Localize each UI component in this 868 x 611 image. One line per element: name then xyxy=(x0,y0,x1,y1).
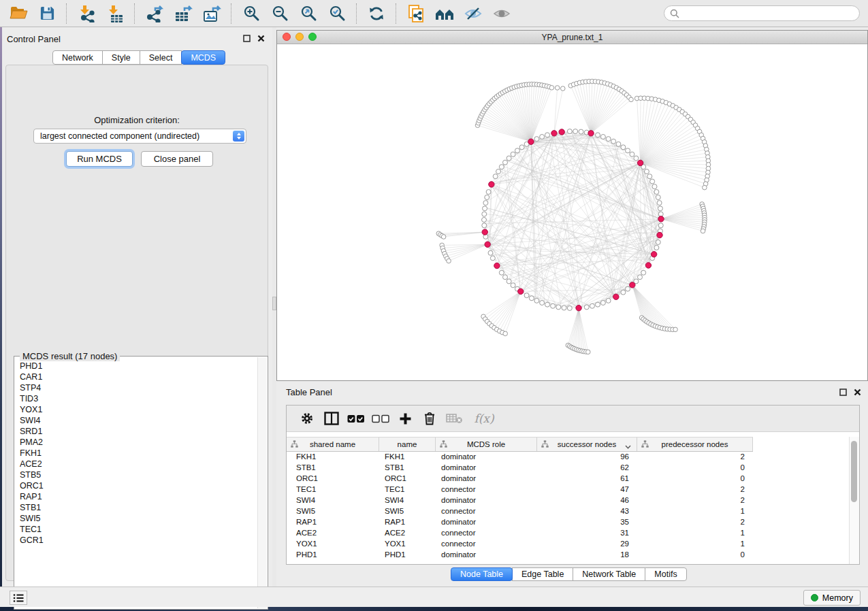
mcds-result-item[interactable]: SRD1 xyxy=(20,426,258,437)
control-panel-close-button[interactable] xyxy=(256,33,266,43)
table-row[interactable]: YOX1YOX1connector291 xyxy=(287,538,850,549)
control-panel-float-button[interactable] xyxy=(242,33,251,43)
mcds-hub-node[interactable] xyxy=(489,182,494,187)
network-node[interactable] xyxy=(490,256,495,261)
memory-button[interactable]: Memory xyxy=(803,590,861,606)
network-node[interactable] xyxy=(499,270,504,275)
mcds-result-item[interactable]: TID3 xyxy=(20,393,258,404)
mcds-hub-node[interactable] xyxy=(482,229,487,235)
tab-network-table[interactable]: Network Table xyxy=(573,567,645,581)
network-node[interactable] xyxy=(658,212,663,216)
table-scrollbar-thumb[interactable] xyxy=(851,441,857,502)
mcds-hub-node[interactable] xyxy=(657,232,662,237)
mcds-result-item[interactable]: STB1 xyxy=(20,502,258,513)
delete-column-button[interactable] xyxy=(417,408,442,429)
tab-network[interactable]: Network xyxy=(52,50,103,65)
first-neighbors-button[interactable] xyxy=(432,2,457,25)
network-node[interactable] xyxy=(555,86,560,90)
table-row[interactable]: SWI4SWI4dominator462 xyxy=(287,495,850,506)
column-header-predecessor-nodes[interactable]: predecessor nodes xyxy=(637,437,753,451)
network-node[interactable] xyxy=(656,195,660,200)
mcds-hub-node[interactable] xyxy=(588,131,594,136)
network-node[interactable] xyxy=(621,290,626,295)
network-node[interactable] xyxy=(567,129,572,134)
network-node[interactable] xyxy=(549,86,554,90)
network-node[interactable] xyxy=(503,331,508,336)
network-node[interactable] xyxy=(486,190,491,195)
network-node[interactable] xyxy=(585,350,590,354)
mcds-result-item[interactable]: YOX1 xyxy=(20,404,258,415)
table-scrollbar[interactable] xyxy=(849,437,859,564)
mcds-result-item[interactable]: TEC1 xyxy=(20,524,258,535)
network-node[interactable] xyxy=(701,229,705,233)
network-node[interactable] xyxy=(524,293,529,298)
network-node[interactable] xyxy=(488,250,493,255)
network-node[interactable] xyxy=(654,245,659,250)
mcds-result-item[interactable]: ACE2 xyxy=(20,459,258,469)
window-minimize-icon[interactable] xyxy=(295,33,304,41)
column-header-successor-nodes[interactable]: successor nodes xyxy=(537,437,637,451)
mcds-hub-node[interactable] xyxy=(645,263,651,268)
network-node[interactable] xyxy=(606,137,611,142)
network-node[interactable] xyxy=(482,212,487,216)
window-close-icon[interactable] xyxy=(283,33,291,41)
network-node[interactable] xyxy=(600,134,605,139)
network-node[interactable] xyxy=(545,302,550,307)
refresh-button[interactable] xyxy=(364,2,389,25)
network-node[interactable] xyxy=(540,301,545,306)
deselect-all-button[interactable] xyxy=(368,408,393,429)
network-node[interactable] xyxy=(595,302,600,307)
mcds-hub-node[interactable] xyxy=(494,263,500,268)
column-header-name[interactable]: name xyxy=(379,437,436,451)
network-node[interactable] xyxy=(647,174,652,179)
network-node[interactable] xyxy=(616,142,621,146)
table-row[interactable]: RAP1RAP1dominator352 xyxy=(287,516,850,527)
network-node[interactable] xyxy=(584,305,589,310)
network-node[interactable] xyxy=(515,148,519,153)
network-node[interactable] xyxy=(441,235,446,240)
mcds-result-item[interactable]: RAP1 xyxy=(20,491,258,502)
network-node[interactable] xyxy=(519,145,524,150)
mcds-result-item[interactable]: CAR1 xyxy=(20,371,258,382)
network-node[interactable] xyxy=(483,206,487,211)
table-row[interactable]: PHD1PHD1dominator180 xyxy=(287,549,850,560)
network-node[interactable] xyxy=(590,303,594,308)
network-node[interactable] xyxy=(503,275,508,280)
mcds-hub-node[interactable] xyxy=(637,160,643,165)
network-node[interactable] xyxy=(600,301,605,306)
run-mcds-button[interactable]: Run MCDS xyxy=(66,151,133,167)
select-all-button[interactable] xyxy=(344,408,368,429)
network-node[interactable] xyxy=(503,160,508,165)
mcds-hub-node[interactable] xyxy=(559,129,564,135)
show-all-button[interactable] xyxy=(489,2,515,25)
add-column-button[interactable] xyxy=(393,408,417,429)
network-node[interactable] xyxy=(606,298,611,303)
mcds-result-item[interactable]: GCR1 xyxy=(20,535,258,546)
status-list-button[interactable] xyxy=(10,591,27,605)
network-node[interactable] xyxy=(540,134,545,139)
tab-style[interactable]: Style xyxy=(102,50,140,65)
table-row[interactable]: TEC1TEC1connector472 xyxy=(287,484,850,495)
zoom-fit-button[interactable] xyxy=(295,2,321,25)
network-node[interactable] xyxy=(579,129,583,134)
mcds-hub-node[interactable] xyxy=(485,242,490,247)
mcds-result-item[interactable]: ORC1 xyxy=(20,480,258,491)
mcds-hub-node[interactable] xyxy=(651,252,656,257)
close-panel-button[interactable]: Close panel xyxy=(141,151,213,167)
network-node[interactable] xyxy=(657,201,662,205)
network-node[interactable] xyxy=(560,86,565,91)
window-zoom-icon[interactable] xyxy=(308,33,317,41)
network-node[interactable] xyxy=(511,283,515,288)
mcds-hub-node[interactable] xyxy=(518,288,524,294)
network-node[interactable] xyxy=(626,148,630,153)
table-row[interactable]: ORC1ORC1dominator610 xyxy=(287,473,850,484)
import-table-button[interactable] xyxy=(102,2,128,25)
network-canvas[interactable] xyxy=(277,44,867,381)
network-node[interactable] xyxy=(534,298,539,303)
show-columns-button[interactable] xyxy=(319,408,344,429)
new-network-from-selection-button[interactable] xyxy=(403,2,429,25)
import-network-button[interactable] xyxy=(74,2,99,25)
table-row[interactable]: ACE2ACE2connector311 xyxy=(287,527,850,538)
mcds-result-item[interactable]: PHD1 xyxy=(20,361,258,371)
network-node[interactable] xyxy=(658,206,662,211)
